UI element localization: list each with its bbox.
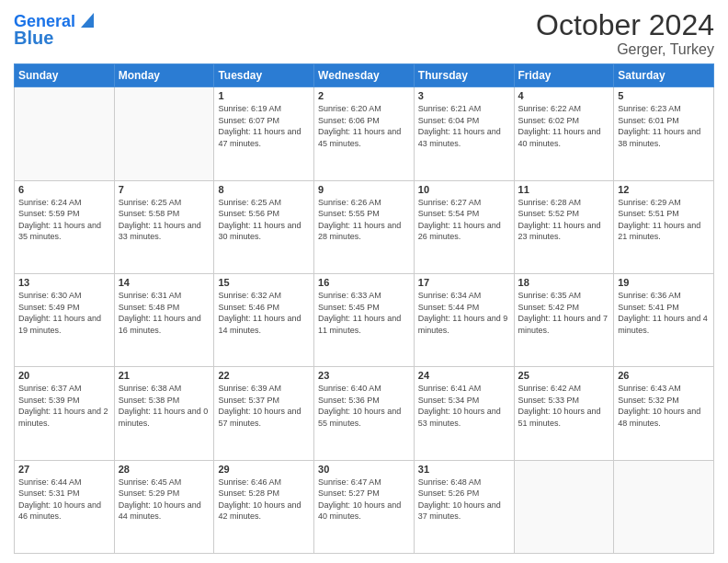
calendar-cell: 26Sunrise: 6:43 AMSunset: 5:32 PMDayligh… xyxy=(614,367,714,460)
calendar-cell xyxy=(514,460,614,553)
col-wednesday: Wednesday xyxy=(314,64,415,87)
day-number: 28 xyxy=(119,464,210,475)
day-number: 20 xyxy=(18,370,110,381)
calendar-cell: 13Sunrise: 6:30 AMSunset: 5:49 PMDayligh… xyxy=(15,273,115,366)
day-info: Sunrise: 6:25 AMSunset: 5:58 PMDaylight:… xyxy=(119,197,210,243)
day-info: Sunrise: 6:41 AMSunset: 5:34 PMDaylight:… xyxy=(418,383,510,429)
day-info: Sunrise: 6:31 AMSunset: 5:48 PMDaylight:… xyxy=(119,290,210,336)
day-info: Sunrise: 6:46 AMSunset: 5:28 PMDaylight:… xyxy=(218,477,310,523)
calendar-cell: 7Sunrise: 6:25 AMSunset: 5:58 PMDaylight… xyxy=(114,180,214,273)
day-number: 10 xyxy=(418,184,510,195)
calendar-cell: 15Sunrise: 6:32 AMSunset: 5:46 PMDayligh… xyxy=(214,273,314,366)
day-info: Sunrise: 6:24 AMSunset: 5:59 PMDaylight:… xyxy=(18,197,110,243)
calendar-cell: 8Sunrise: 6:25 AMSunset: 5:56 PMDaylight… xyxy=(214,180,314,273)
day-number: 17 xyxy=(418,277,510,288)
day-number: 11 xyxy=(518,184,610,195)
page: General Blue October 2024 Gerger, Turkey… xyxy=(0,0,728,563)
day-info: Sunrise: 6:27 AMSunset: 5:54 PMDaylight:… xyxy=(418,197,510,243)
calendar-cell xyxy=(614,460,714,553)
calendar-week-4: 27Sunrise: 6:44 AMSunset: 5:31 PMDayligh… xyxy=(15,460,714,553)
day-info: Sunrise: 6:36 AMSunset: 5:41 PMDaylight:… xyxy=(618,290,710,336)
calendar-subtitle: Gerger, Turkey xyxy=(536,41,714,58)
day-number: 14 xyxy=(119,277,210,288)
col-saturday: Saturday xyxy=(614,64,714,87)
day-number: 19 xyxy=(618,277,710,288)
calendar-cell: 9Sunrise: 6:26 AMSunset: 5:55 PMDaylight… xyxy=(314,180,415,273)
day-number: 15 xyxy=(218,277,310,288)
calendar-cell: 3Sunrise: 6:21 AMSunset: 6:04 PMDaylight… xyxy=(414,87,514,180)
day-info: Sunrise: 6:21 AMSunset: 6:04 PMDaylight:… xyxy=(418,103,510,149)
col-friday: Friday xyxy=(514,64,614,87)
day-info: Sunrise: 6:22 AMSunset: 6:02 PMDaylight:… xyxy=(518,103,610,149)
col-monday: Monday xyxy=(114,64,214,87)
day-number: 16 xyxy=(318,277,410,288)
day-number: 25 xyxy=(518,370,610,381)
day-number: 1 xyxy=(218,90,310,101)
calendar-cell: 12Sunrise: 6:29 AMSunset: 5:51 PMDayligh… xyxy=(614,180,714,273)
logo: General Blue xyxy=(14,13,94,48)
day-number: 12 xyxy=(618,184,710,195)
calendar-cell: 28Sunrise: 6:45 AMSunset: 5:29 PMDayligh… xyxy=(114,460,214,553)
calendar-cell: 31Sunrise: 6:48 AMSunset: 5:26 PMDayligh… xyxy=(414,460,514,553)
calendar-cell: 10Sunrise: 6:27 AMSunset: 5:54 PMDayligh… xyxy=(414,180,514,273)
day-number: 9 xyxy=(318,184,410,195)
day-number: 2 xyxy=(318,90,410,101)
col-thursday: Thursday xyxy=(414,64,514,87)
day-info: Sunrise: 6:28 AMSunset: 5:52 PMDaylight:… xyxy=(518,197,610,243)
calendar-cell: 2Sunrise: 6:20 AMSunset: 6:06 PMDaylight… xyxy=(314,87,415,180)
day-info: Sunrise: 6:30 AMSunset: 5:49 PMDaylight:… xyxy=(18,290,110,336)
calendar-cell: 18Sunrise: 6:35 AMSunset: 5:42 PMDayligh… xyxy=(514,273,614,366)
day-number: 6 xyxy=(18,184,110,195)
calendar-table: Sunday Monday Tuesday Wednesday Thursday… xyxy=(14,63,714,554)
col-sunday: Sunday xyxy=(15,64,115,87)
calendar-week-0: 1Sunrise: 6:19 AMSunset: 6:07 PMDaylight… xyxy=(15,87,714,180)
calendar-cell: 20Sunrise: 6:37 AMSunset: 5:39 PMDayligh… xyxy=(15,367,115,460)
day-info: Sunrise: 6:34 AMSunset: 5:44 PMDaylight:… xyxy=(418,290,510,336)
calendar-cell: 22Sunrise: 6:39 AMSunset: 5:37 PMDayligh… xyxy=(214,367,314,460)
day-info: Sunrise: 6:32 AMSunset: 5:46 PMDaylight:… xyxy=(218,290,310,336)
calendar-cell: 24Sunrise: 6:41 AMSunset: 5:34 PMDayligh… xyxy=(414,367,514,460)
day-number: 3 xyxy=(418,90,510,101)
calendar-cell: 5Sunrise: 6:23 AMSunset: 6:01 PMDaylight… xyxy=(614,87,714,180)
svg-marker-0 xyxy=(81,13,94,28)
calendar-cell xyxy=(114,87,214,180)
day-info: Sunrise: 6:40 AMSunset: 5:36 PMDaylight:… xyxy=(318,383,410,429)
calendar-week-1: 6Sunrise: 6:24 AMSunset: 5:59 PMDaylight… xyxy=(15,180,714,273)
day-number: 7 xyxy=(119,184,210,195)
day-number: 26 xyxy=(618,370,710,381)
day-info: Sunrise: 6:23 AMSunset: 6:01 PMDaylight:… xyxy=(618,103,710,149)
day-number: 13 xyxy=(18,277,110,288)
day-info: Sunrise: 6:20 AMSunset: 6:06 PMDaylight:… xyxy=(318,103,410,149)
calendar-cell: 21Sunrise: 6:38 AMSunset: 5:38 PMDayligh… xyxy=(114,367,214,460)
calendar-cell: 23Sunrise: 6:40 AMSunset: 5:36 PMDayligh… xyxy=(314,367,415,460)
day-number: 22 xyxy=(218,370,310,381)
logo-blue: Blue xyxy=(14,28,53,48)
day-number: 23 xyxy=(318,370,410,381)
day-info: Sunrise: 6:39 AMSunset: 5:37 PMDaylight:… xyxy=(218,383,310,429)
day-info: Sunrise: 6:38 AMSunset: 5:38 PMDaylight:… xyxy=(119,383,210,429)
calendar-header-row: Sunday Monday Tuesday Wednesday Thursday… xyxy=(15,64,714,87)
calendar-cell xyxy=(15,87,115,180)
day-number: 31 xyxy=(418,464,510,475)
calendar-cell: 6Sunrise: 6:24 AMSunset: 5:59 PMDaylight… xyxy=(15,180,115,273)
calendar-cell: 27Sunrise: 6:44 AMSunset: 5:31 PMDayligh… xyxy=(15,460,115,553)
day-number: 29 xyxy=(218,464,310,475)
col-tuesday: Tuesday xyxy=(214,64,314,87)
day-number: 5 xyxy=(618,90,710,101)
logo-triangle-icon xyxy=(77,13,94,29)
day-number: 4 xyxy=(518,90,610,101)
calendar-title: October 2024 xyxy=(536,9,714,41)
day-number: 21 xyxy=(119,370,210,381)
calendar-cell: 25Sunrise: 6:42 AMSunset: 5:33 PMDayligh… xyxy=(514,367,614,460)
calendar-cell: 1Sunrise: 6:19 AMSunset: 6:07 PMDaylight… xyxy=(214,87,314,180)
day-info: Sunrise: 6:48 AMSunset: 5:26 PMDaylight:… xyxy=(418,477,510,523)
calendar-cell: 19Sunrise: 6:36 AMSunset: 5:41 PMDayligh… xyxy=(614,273,714,366)
title-block: October 2024 Gerger, Turkey xyxy=(536,9,714,58)
day-number: 8 xyxy=(218,184,310,195)
day-info: Sunrise: 6:45 AMSunset: 5:29 PMDaylight:… xyxy=(119,477,210,523)
day-info: Sunrise: 6:37 AMSunset: 5:39 PMDaylight:… xyxy=(18,383,110,429)
day-info: Sunrise: 6:47 AMSunset: 5:27 PMDaylight:… xyxy=(318,477,410,523)
calendar-week-2: 13Sunrise: 6:30 AMSunset: 5:49 PMDayligh… xyxy=(15,273,714,366)
calendar-cell: 11Sunrise: 6:28 AMSunset: 5:52 PMDayligh… xyxy=(514,180,614,273)
day-info: Sunrise: 6:44 AMSunset: 5:31 PMDaylight:… xyxy=(18,477,110,523)
